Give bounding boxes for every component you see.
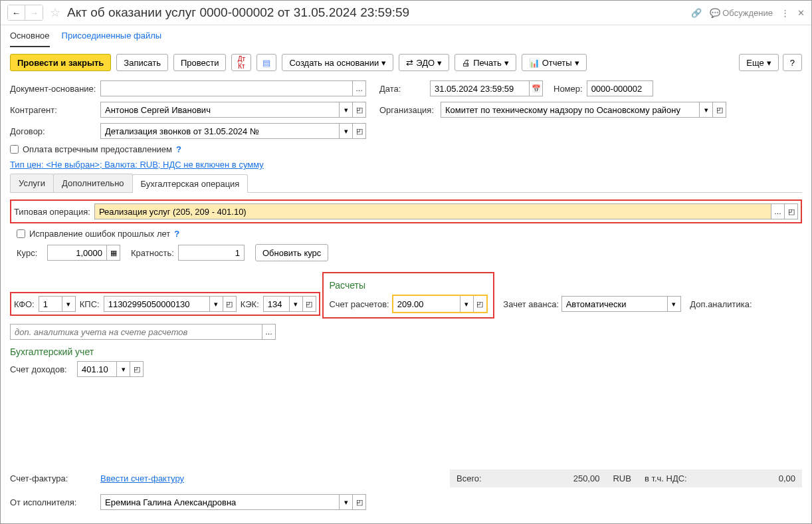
fix-errors-checkbox[interactable] <box>17 229 25 238</box>
save-button[interactable]: Записать <box>116 54 168 71</box>
print-button[interactable]: 🖨 Печать ▾ <box>455 54 516 71</box>
chevron-down-icon[interactable]: ▾ <box>117 361 130 377</box>
zachet-input[interactable] <box>561 296 668 312</box>
nds-label: в т.ч. НДС: <box>645 473 687 483</box>
ellipsis-icon[interactable]: … <box>262 324 276 340</box>
tab-files[interactable]: Присоединенные файлы <box>62 25 162 47</box>
dt-kt-icon[interactable]: ДтКт <box>231 54 251 71</box>
tab-buh[interactable]: Бухгалтерская операция <box>132 174 249 193</box>
date-input[interactable] <box>430 80 530 96</box>
chevron-down-icon[interactable]: ▾ <box>210 296 223 312</box>
help-icon[interactable]: ? <box>176 144 181 154</box>
counter-pay-checkbox[interactable] <box>10 145 19 154</box>
kontr-label: Контрагент: <box>10 105 96 115</box>
post-button[interactable]: Провести <box>173 54 227 71</box>
nav-back-button[interactable]: ← <box>8 5 25 20</box>
chevron-down-icon[interactable]: ▾ <box>460 296 473 312</box>
open-icon[interactable]: ◰ <box>785 203 798 219</box>
close-icon[interactable]: ✕ <box>797 8 805 18</box>
schet-doh-input[interactable] <box>77 361 117 377</box>
org-label: Организация: <box>379 105 437 115</box>
total-label: Всего: <box>457 473 482 483</box>
number-input[interactable] <box>587 80 653 96</box>
isp-label: От исполнителя: <box>10 497 96 507</box>
help-button[interactable]: ? <box>783 54 802 71</box>
zachet-label: Зачет аванса: <box>503 299 559 309</box>
counter-pay-label: Оплата встречным предоставлением <box>23 144 172 154</box>
discuss-button[interactable]: 💬 Обсуждение <box>710 8 773 18</box>
sf-label: Счет-фактура: <box>10 473 96 483</box>
link-icon[interactable]: 🔗 <box>691 8 702 18</box>
kek-label: КЭК: <box>241 299 259 309</box>
reports-button[interactable]: 📊 Отчеты ▾ <box>522 54 587 71</box>
kebab-icon[interactable]: ⋮ <box>781 8 789 18</box>
nds-value: 0,00 <box>779 473 795 483</box>
open-icon[interactable]: ◰ <box>223 296 237 312</box>
doc-base-input[interactable] <box>100 80 353 96</box>
currency: RUB <box>613 473 631 483</box>
favorite-star-icon[interactable]: ☆ <box>50 5 60 20</box>
chevron-down-icon[interactable]: ▾ <box>290 296 303 312</box>
kfo-input[interactable] <box>39 296 62 312</box>
schet-rasch-input[interactable] <box>393 296 460 312</box>
update-kurs-button[interactable]: Обновить курс <box>255 244 328 261</box>
chevron-down-icon[interactable]: ▾ <box>668 296 681 312</box>
kfo-label: КФО: <box>14 299 35 309</box>
ellipsis-icon[interactable]: … <box>771 203 785 219</box>
dogovor-label: Договор: <box>10 126 96 136</box>
calc-icon[interactable]: ▦ <box>107 245 120 261</box>
open-icon[interactable]: ◰ <box>353 123 366 139</box>
kps-label: КПС: <box>80 299 100 309</box>
kps-input[interactable] <box>104 296 210 312</box>
number-label: Номер: <box>554 84 583 94</box>
calendar-icon[interactable]: 📅 <box>530 80 543 96</box>
chevron-down-icon[interactable]: ▾ <box>62 296 76 312</box>
sf-link[interactable]: Ввести счет-фактуру <box>100 473 184 483</box>
page-title: Акт об оказании услуг 0000-000002 от 31.… <box>67 5 687 20</box>
open-icon[interactable]: ◰ <box>130 361 144 377</box>
org-input[interactable] <box>441 102 700 118</box>
kek-input[interactable] <box>263 296 290 312</box>
kontr-input[interactable] <box>100 102 340 118</box>
krat-label: Кратность: <box>131 248 174 258</box>
open-icon[interactable]: ◰ <box>473 296 486 312</box>
kurs-label: Курс: <box>17 248 43 258</box>
typop-label: Типовая операция: <box>14 207 90 217</box>
open-icon[interactable]: ◰ <box>713 102 726 118</box>
total-value: 250,00 <box>573 473 600 483</box>
chevron-down-icon[interactable]: ▾ <box>700 102 713 118</box>
create-based-button[interactable]: Создать на основании ▾ <box>282 54 393 71</box>
open-icon[interactable]: ◰ <box>303 296 316 312</box>
schet-doh-label: Счет доходов: <box>10 364 73 374</box>
post-and-close-button[interactable]: Провести и закрыть <box>10 54 111 71</box>
chevron-down-icon[interactable]: ▾ <box>340 494 353 510</box>
dogovor-input[interactable] <box>100 123 340 139</box>
nav-forward-button[interactable]: → <box>25 5 43 20</box>
krat-input[interactable] <box>178 245 245 261</box>
date-label: Дата: <box>379 84 426 94</box>
open-icon[interactable]: ◰ <box>353 102 366 118</box>
dop-an-label: Доп.аналитика: <box>690 299 752 309</box>
chevron-down-icon[interactable]: ▾ <box>340 123 353 139</box>
more-button[interactable]: Еще ▾ <box>739 54 778 71</box>
kurs-input[interactable] <box>47 245 107 261</box>
fix-errors-label: Исправление ошибок прошлых лет <box>29 229 170 239</box>
isp-input[interactable] <box>100 494 340 510</box>
tab-dop[interactable]: Дополнительно <box>53 174 133 192</box>
tab-uslugi[interactable]: Услуги <box>10 174 54 192</box>
help-icon[interactable]: ? <box>174 229 179 239</box>
typop-input[interactable] <box>94 203 771 219</box>
price-type-link[interactable]: Тип цен: <Не выбран>; Валюта: RUB; НДС н… <box>10 160 264 170</box>
doc-base-label: Документ-основание: <box>10 84 96 94</box>
raschety-heading: Расчеты <box>329 280 487 291</box>
edo-button[interactable]: ⇄ ЭДО ▾ <box>399 54 449 71</box>
chevron-down-icon[interactable]: ▾ <box>340 102 353 118</box>
ellipsis-icon[interactable]: … <box>353 80 366 96</box>
open-icon[interactable]: ◰ <box>353 494 366 510</box>
list-icon[interactable]: ▤ <box>256 54 276 71</box>
schet-rasch-label: Счет расчетов: <box>329 299 389 309</box>
buh-uchet-heading: Бухгалтерский учет <box>10 346 802 357</box>
dop-an-input[interactable] <box>10 324 262 340</box>
tab-main[interactable]: Основное <box>10 25 50 47</box>
